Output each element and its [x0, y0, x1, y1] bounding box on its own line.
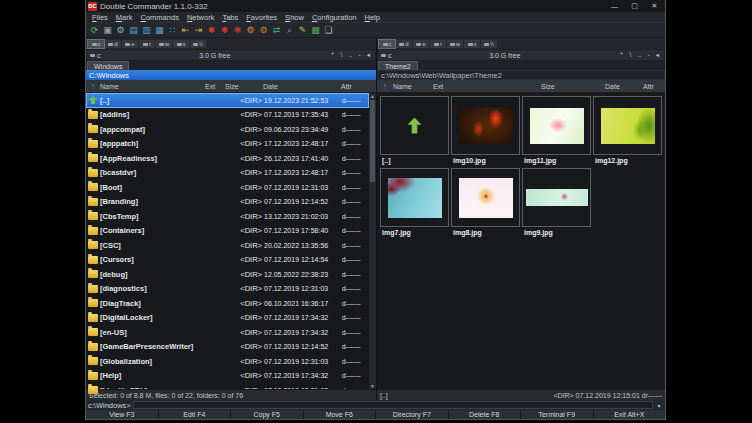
toolbar-unpack-icon[interactable]: ⚙	[258, 24, 269, 36]
menu-favorites[interactable]: Favorites	[242, 13, 281, 22]
file-row[interactable]: [Globalization] <DIR> 07.12.2019 12:31:0…	[86, 354, 369, 369]
fkey-directory-f7[interactable]: Directory F7	[376, 410, 449, 419]
panel-corner-button[interactable]: ◂	[654, 51, 661, 59]
file-row[interactable]: [apppatch] <DIR> 17.12.2023 12:48:17 d--…	[86, 137, 369, 152]
fkey-exit-alt-x[interactable]: Exit Alt+X	[594, 410, 666, 419]
thumbnail-img11jpg[interactable]: img11.jpg	[522, 96, 591, 166]
menu-help[interactable]: Help	[361, 13, 384, 22]
drive-button-w[interactable]: w	[156, 40, 172, 48]
drive-button-x[interactable]: x	[464, 40, 480, 48]
toolbar-view-thumbnails-icon[interactable]: ▦	[154, 24, 165, 36]
file-row[interactable]: [DiagTrack] <DIR> 06.10.2021 16:36:17 d-…	[86, 296, 369, 311]
drive-button-network[interactable]: \\	[190, 40, 206, 48]
toolbar-options-icon[interactable]: ⚙	[115, 24, 126, 36]
left-current-drive[interactable]: c	[90, 52, 101, 59]
panel-corner-button[interactable]: ..	[636, 51, 643, 59]
menu-files[interactable]: Files	[88, 13, 112, 22]
thumbnail-img9jpg[interactable]: img9.jpg	[522, 168, 591, 238]
file-row[interactable]: [..] <DIR> 19.12.2023 21:52:53 d-------	[86, 93, 369, 108]
panel-corner-button[interactable]: \	[338, 51, 345, 59]
panel-corner-button[interactable]: \	[627, 51, 634, 59]
left-header-name[interactable]: Name	[100, 83, 205, 90]
fkey-copy-f5[interactable]: Copy F5	[231, 410, 304, 419]
drive-button-c[interactable]: c	[88, 40, 104, 48]
right-column-headers[interactable]: ↑ Name Ext Size Date Attr	[377, 80, 665, 93]
fkey-edit-f4[interactable]: Edit F4	[159, 410, 232, 419]
drive-button-d[interactable]: d	[396, 40, 412, 48]
toolbar-view-brief-icon[interactable]: ▥	[141, 24, 152, 36]
right-header-size[interactable]: Size	[541, 83, 605, 90]
file-row[interactable]: [DigitalLocker] <DIR> 07.12.2019 17:34:3…	[86, 311, 369, 326]
toolbar-notes-icon[interactable]: ❏	[323, 24, 334, 36]
scroll-up-icon[interactable]: ▲	[370, 93, 375, 99]
toolbar-refresh-icon[interactable]: ⟳	[89, 24, 100, 36]
left-header-ext[interactable]: Ext	[205, 83, 225, 90]
left-header-attr[interactable]: Attr	[341, 83, 368, 90]
left-path-bar[interactable]: C:\Windows	[86, 70, 376, 80]
menu-mark[interactable]: Mark	[112, 13, 137, 22]
command-history-dropdown-icon[interactable]: ▾	[655, 402, 663, 409]
file-row[interactable]: [Help] <DIR> 07.12.2019 17:34:32 d------…	[86, 369, 369, 384]
toolbar-pack-icon[interactable]: ⚙	[245, 24, 256, 36]
drive-button-r[interactable]: r	[430, 40, 446, 48]
drive-button-x[interactable]: x	[173, 40, 189, 48]
toolbar-sync-dirs-icon[interactable]: ⇄	[271, 24, 282, 36]
right-current-drive[interactable]: c	[381, 52, 392, 59]
file-row[interactable]: [CSC] <DIR> 20.02.2022 13:35:56 d-------	[86, 238, 369, 253]
thumbnail-img12jpg[interactable]: img12.jpg	[593, 96, 662, 166]
fkey-delete-f8[interactable]: Delete F8	[449, 410, 522, 419]
toolbar-run-3-icon[interactable]: ✱	[232, 24, 243, 36]
file-row[interactable]: [AppReadiness] <DIR> 26.12.2023 17:41:40…	[86, 151, 369, 166]
drive-button-r[interactable]: r	[139, 40, 155, 48]
drive-button-e[interactable]: e	[122, 40, 138, 48]
panel-corner-button[interactable]: ..	[347, 51, 354, 59]
drive-button-network[interactable]: \\	[481, 40, 497, 48]
panel-corner-button[interactable]: -	[645, 51, 652, 59]
panel-corner-button[interactable]: -	[356, 51, 363, 59]
right-tab-theme2[interactable]: Theme2	[378, 61, 418, 70]
right-path-bar[interactable]: c:\Windows\Web\Wallpaper\Theme2	[377, 70, 665, 80]
right-header-date[interactable]: Date	[605, 83, 643, 90]
file-row[interactable]: [appcompat] <DIR> 09.06.2023 23:34:49 d-…	[86, 122, 369, 137]
toolbar-run-1-icon[interactable]: ✱	[206, 24, 217, 36]
thumbnail-img8jpg[interactable]: img8.jpg	[451, 168, 520, 238]
drive-button-e[interactable]: e	[413, 40, 429, 48]
thumbnail-[interactable]: [..]	[380, 96, 449, 166]
panel-corner-button[interactable]: *	[329, 51, 336, 59]
minimize-button[interactable]: —	[606, 1, 623, 12]
toolbar-edit-icon[interactable]: ✎	[297, 24, 308, 36]
panel-corner-button[interactable]: *	[618, 51, 625, 59]
command-input[interactable]	[133, 401, 653, 409]
menu-show[interactable]: Show	[281, 13, 308, 22]
drive-button-d[interactable]: d	[105, 40, 121, 48]
left-header-date[interactable]: Date	[263, 83, 341, 90]
left-header-size[interactable]: Size	[225, 83, 263, 90]
toolbar-copy-right-icon[interactable]: ⇥	[193, 24, 204, 36]
file-row[interactable]: [debug] <DIR> 12.05.2022 22:38:23 d-----…	[86, 267, 369, 282]
toolbar-terminal-icon[interactable]: ▣	[102, 24, 113, 36]
toolbar-run-2-icon[interactable]: ✱	[219, 24, 230, 36]
thumbnail-img10jpg[interactable]: img10.jpg	[451, 96, 520, 166]
file-row[interactable]: [en-US] <DIR> 07.12.2019 17:34:32 d-----…	[86, 325, 369, 340]
file-row[interactable]: [Cursors] <DIR> 07.12.2019 12:14:54 d---…	[86, 253, 369, 268]
right-header-attr[interactable]: Attr	[643, 83, 665, 90]
file-row[interactable]: [diagnostics] <DIR> 07.12.2019 12:31:03 …	[86, 282, 369, 297]
fkey-move-f6[interactable]: Move F6	[304, 410, 377, 419]
menu-network[interactable]: Network	[183, 13, 219, 22]
toolbar-view-full-icon[interactable]: ▤	[128, 24, 139, 36]
file-row[interactable]: [addins] <DIR> 07.12.2019 17:35:43 d----…	[86, 108, 369, 123]
title-bar[interactable]: DC Double Commander 1.1.0-332 — ▢ ✕	[86, 0, 665, 12]
file-row[interactable]: [Branding] <DIR> 07.12.2019 12:14:52 d--…	[86, 195, 369, 210]
menu-configuration[interactable]: Configuration	[308, 13, 361, 22]
menu-tabs[interactable]: Tabs	[218, 13, 242, 22]
file-row[interactable]: [GameBarPresenceWriter] <DIR> 07.12.2019…	[86, 340, 369, 355]
file-row[interactable]: [bcastdvr] <DIR> 17.12.2023 12:48:17 d--…	[86, 166, 369, 181]
drive-button-c[interactable]: c	[379, 40, 395, 48]
scrollbar-thumb[interactable]	[370, 100, 375, 182]
toolbar-search-icon[interactable]: ⌕	[284, 24, 295, 36]
left-tab-windows[interactable]: Windows	[87, 61, 129, 70]
fkey-view-f3[interactable]: View F3	[86, 410, 159, 419]
toolbar-archive-icon[interactable]: ▩	[310, 24, 321, 36]
panel-corner-button[interactable]: ◂	[365, 51, 372, 59]
file-row[interactable]: [Boot] <DIR> 07.12.2019 12:31:03 d------…	[86, 180, 369, 195]
